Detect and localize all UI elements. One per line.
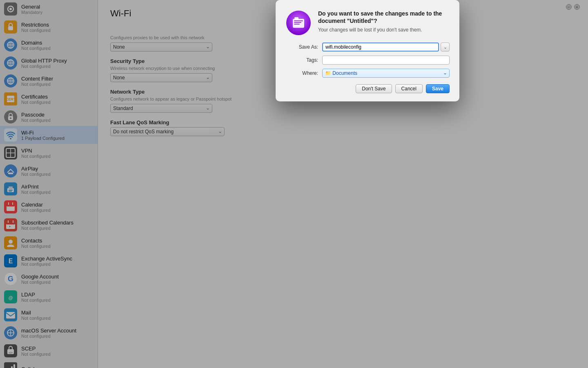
modal-text-block: Do you want to save the changes made to … (318, 10, 450, 33)
modal-form: Save As: ⌄ Tags: Where: 📁 D (285, 43, 450, 78)
app-window: GeneralMandatoryRestrictionsNot configur… (0, 0, 588, 368)
where-row: Where: 📁 Documents Desktop Downloads (285, 69, 450, 78)
svg-rect-75 (294, 22, 301, 23)
save-as-input[interactable] (322, 43, 439, 52)
where-select[interactable]: 📁 Documents Desktop Downloads (322, 69, 450, 78)
modal-subtitle: Your changes will be lost if you don't s… (318, 27, 450, 33)
where-label: Where: (285, 70, 318, 76)
save-dialog: Do you want to save the changes made to … (276, 0, 459, 101)
svg-rect-72 (293, 19, 304, 28)
where-select-wrapper: 📁 Documents Desktop Downloads (322, 69, 450, 78)
tags-label: Tags: (285, 57, 318, 63)
modal-buttons: Don't Save Cancel Save (285, 84, 450, 93)
save-as-input-wrapper: ⌄ (322, 43, 450, 52)
tags-input[interactable] (322, 56, 450, 65)
save-as-row: Save As: ⌄ (285, 43, 450, 52)
svg-rect-73 (294, 17, 298, 20)
svg-rect-76 (294, 24, 300, 25)
app-icon (285, 10, 312, 36)
tags-row: Tags: (285, 56, 450, 65)
cancel-button[interactable]: Cancel (395, 84, 423, 93)
modal-header: Do you want to save the changes made to … (285, 10, 450, 36)
save-as-dropdown-btn[interactable]: ⌄ (441, 43, 450, 52)
svg-rect-74 (294, 20, 303, 21)
dont-save-button[interactable]: Don't Save (356, 84, 392, 93)
modal-title: Do you want to save the changes made to … (318, 10, 450, 25)
modal-overlay: Do you want to save the changes made to … (0, 0, 588, 368)
save-as-label: Save As: (285, 44, 318, 50)
save-button[interactable]: Save (426, 84, 450, 93)
